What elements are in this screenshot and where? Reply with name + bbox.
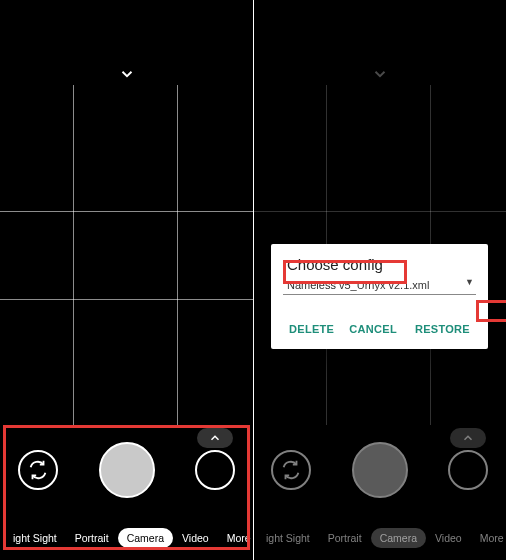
mode-row[interactable]: ight Sight Portrait Camera Video More — [253, 528, 506, 548]
bottom-controls: ight Sight Portrait Camera Video More — [0, 430, 253, 560]
pane-divider — [253, 0, 254, 560]
config-file-field[interactable] — [283, 277, 476, 295]
chevron-down-icon[interactable] — [371, 65, 389, 83]
mode-camera[interactable]: Camera — [118, 528, 173, 548]
choose-config-dialog: Choose config ▼ DELETE CANCEL RESTORE — [271, 244, 488, 349]
mode-video[interactable]: Video — [426, 528, 471, 548]
mode-portrait[interactable]: Portrait — [66, 528, 118, 548]
last-shot-wrapper — [448, 450, 488, 490]
shutter-button[interactable] — [352, 442, 408, 498]
last-shot-wrapper — [195, 450, 235, 490]
dropdown-caret-icon: ▼ — [465, 277, 474, 287]
mode-more[interactable]: More — [471, 528, 506, 548]
chevron-down-icon[interactable] — [118, 65, 136, 83]
bottom-controls: ight Sight Portrait Camera Video More — [253, 430, 506, 560]
delete-button[interactable]: DELETE — [283, 317, 340, 341]
viewfinder-grid[interactable] — [0, 85, 253, 425]
chevron-up-icon[interactable] — [450, 428, 486, 448]
switch-camera-button[interactable] — [271, 450, 311, 490]
grid-line — [0, 299, 253, 300]
grid-line — [253, 211, 506, 212]
camera-screen-left: ight Sight Portrait Camera Video More — [0, 0, 253, 560]
last-shot-button[interactable] — [448, 450, 488, 490]
mode-night-sight[interactable]: ight Sight — [4, 528, 66, 548]
dialog-title: Choose config — [283, 256, 476, 273]
shutter-button[interactable] — [99, 442, 155, 498]
mode-video[interactable]: Video — [173, 528, 218, 548]
config-dropdown[interactable]: ▼ — [283, 275, 476, 295]
mode-camera[interactable]: Camera — [371, 528, 426, 548]
chevron-up-icon[interactable] — [197, 428, 233, 448]
mode-row[interactable]: ight Sight Portrait Camera Video More — [0, 528, 253, 548]
mode-portrait[interactable]: Portrait — [319, 528, 371, 548]
cancel-button[interactable]: CANCEL — [343, 317, 403, 341]
mode-more[interactable]: More — [218, 528, 253, 548]
mode-night-sight[interactable]: ight Sight — [257, 528, 319, 548]
grid-line — [0, 211, 253, 212]
switch-camera-button[interactable] — [18, 450, 58, 490]
restore-button[interactable]: RESTORE — [409, 317, 476, 341]
last-shot-button[interactable] — [195, 450, 235, 490]
grid-line — [177, 85, 178, 425]
grid-line — [73, 85, 74, 425]
camera-screen-right: Choose config ▼ DELETE CANCEL RESTORE — [253, 0, 506, 560]
